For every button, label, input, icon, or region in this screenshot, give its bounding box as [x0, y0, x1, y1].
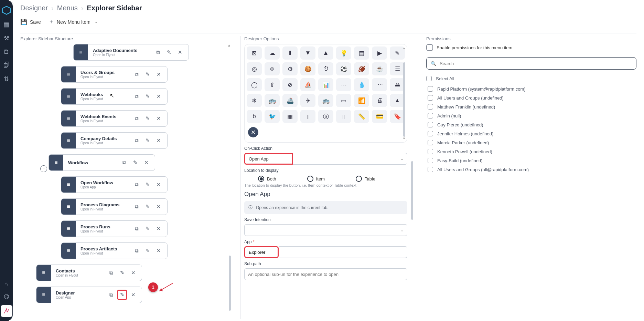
edit-button[interactable]: ✎	[164, 47, 174, 58]
drag-handle-icon[interactable]: ≡	[36, 287, 51, 303]
icon-option[interactable]: 💧	[354, 78, 369, 91]
icon-option[interactable]: ▦	[282, 110, 298, 123]
enable-permissions-checkbox[interactable]	[426, 44, 433, 51]
icon-option[interactable]: ▤	[354, 46, 369, 60]
delete-button[interactable]: ✕	[128, 268, 138, 278]
icon-option[interactable]: ▭	[336, 94, 351, 107]
permission-checkbox[interactable]	[428, 131, 433, 136]
icon-option[interactable]: b	[247, 110, 262, 123]
permissions-search[interactable]: 🔍	[426, 57, 636, 70]
rail-chart-icon[interactable]: ⇅	[4, 75, 9, 83]
duplicate-button[interactable]: ⧉	[153, 47, 163, 58]
edit-button[interactable]: ✎	[142, 91, 153, 102]
new-menu-item-button[interactable]: ＋ New Menu Item ⌄	[49, 18, 98, 25]
drag-handle-icon[interactable]: ≡	[61, 111, 76, 126]
on-click-action-expand[interactable]: ⌄	[293, 153, 407, 165]
icon-option[interactable]: ⛵	[300, 78, 315, 91]
drag-handle-icon[interactable]: ≡	[74, 44, 88, 60]
icon-option[interactable]: ▲	[318, 46, 333, 60]
edit-button[interactable]: ✎	[142, 113, 153, 124]
icon-option[interactable]: ⚽	[336, 62, 351, 75]
delete-button[interactable]: ✕	[153, 201, 164, 212]
delete-button[interactable]: ✕	[141, 157, 151, 168]
tree-node[interactable]: ≡Workflow⧉✎✕	[49, 154, 155, 171]
icon-option[interactable]: ☺	[265, 62, 280, 75]
app-input-extended[interactable]	[279, 246, 407, 258]
tree-scrollbar[interactable]: ▲	[227, 44, 232, 319]
permission-checkbox[interactable]	[428, 113, 433, 118]
tree-node[interactable]: ≡Process RunsOpen in Flyout⧉✎✕	[61, 220, 168, 237]
icon-option[interactable]: Ⓢ	[318, 110, 333, 123]
radio-table[interactable]: Table	[356, 176, 375, 182]
drag-handle-icon[interactable]: ≡	[61, 199, 76, 215]
icon-option[interactable]: ⋯	[336, 78, 351, 91]
tree-node[interactable]: ≡DesignerOpen App⧉✎✕	[36, 287, 142, 303]
save-intention-select[interactable]: ⌄	[244, 224, 407, 236]
duplicate-button[interactable]: ⧉	[131, 135, 142, 146]
rail-home-icon[interactable]: ⌂	[4, 281, 8, 288]
drag-handle-icon[interactable]: ≡	[61, 221, 76, 237]
expand-rail-icon[interactable]: ›	[12, 1, 13, 5]
permission-checkbox[interactable]	[428, 149, 433, 154]
delete-button[interactable]: ✕	[153, 113, 164, 124]
icon-option[interactable]: ◎	[247, 62, 262, 75]
drag-handle-icon[interactable]: ≡	[61, 89, 76, 104]
duplicate-button[interactable]: ⧉	[131, 179, 142, 190]
icon-option[interactable]: 💳	[372, 110, 387, 123]
icon-grid-scrollbar[interactable]: ▲ ▼	[403, 47, 406, 139]
icon-option[interactable]: 📊	[318, 78, 333, 91]
icon-option[interactable]: ☕	[372, 62, 387, 75]
duplicate-button[interactable]: ⧉	[106, 290, 116, 300]
sub-path-input[interactable]	[244, 268, 407, 280]
edit-button[interactable]: ✎	[142, 246, 153, 256]
duplicate-button[interactable]: ⧉	[131, 91, 142, 102]
tree-node[interactable]: ≡ContactsOpen in Flyout⧉✎✕	[36, 265, 142, 281]
permission-checkbox[interactable]	[428, 158, 433, 163]
permission-checkbox[interactable]	[428, 95, 433, 101]
select-all-checkbox[interactable]	[426, 76, 432, 81]
drag-handle-icon[interactable]: ≡	[49, 155, 63, 170]
icon-option[interactable]: ⚙	[282, 62, 298, 75]
permissions-search-input[interactable]	[440, 61, 632, 66]
save-button[interactable]: 💾 Save	[20, 19, 41, 25]
icon-option[interactable]: 🚌	[318, 94, 333, 107]
icon-option[interactable]: 〰	[372, 78, 387, 91]
icon-option[interactable]: ▯	[300, 110, 315, 123]
edit-button[interactable]: ✎	[142, 201, 153, 212]
radio-both[interactable]: Both	[258, 176, 276, 182]
edit-button[interactable]: ✎	[142, 135, 153, 146]
duplicate-button[interactable]: ⧉	[131, 201, 142, 212]
delete-button[interactable]: ✕	[175, 47, 185, 58]
app-input[interactable]	[245, 247, 278, 257]
delete-button[interactable]: ✕	[153, 135, 164, 146]
app-logo[interactable]	[1, 5, 12, 16]
icon-option-selected[interactable]: ✕	[248, 127, 258, 137]
tree-node[interactable]: ≡Process DiagramsOpen in Flyout⧉✎✕	[61, 198, 168, 215]
rail-pages-icon[interactable]: 🗐	[3, 62, 10, 69]
icon-option[interactable]: 📏	[354, 110, 369, 123]
icon-option[interactable]: 🚢	[282, 94, 298, 107]
tree-node[interactable]: ≡WebhooksOpen in Flyout⧉✎✕	[61, 88, 168, 105]
edit-button[interactable]: ✎	[142, 224, 153, 234]
delete-button[interactable]: ✕	[153, 91, 164, 102]
edit-button[interactable]: ✎	[142, 179, 153, 190]
duplicate-button[interactable]: ⧉	[119, 157, 129, 168]
on-click-action-select[interactable]: Open App	[244, 153, 293, 165]
edit-button[interactable]: ✎	[117, 268, 127, 278]
rail-tools-icon[interactable]: ⚒	[4, 34, 9, 42]
options-scrollbar[interactable]	[411, 44, 414, 319]
delete-button[interactable]: ✕	[153, 69, 164, 80]
duplicate-button[interactable]: ⧉	[131, 224, 142, 234]
rail-doc-icon[interactable]: 🗎	[3, 48, 10, 55]
icon-option[interactable]: 🏈	[354, 62, 369, 75]
icon-option[interactable]: 🐦	[265, 110, 280, 123]
breadcrumb-designer[interactable]: Designer	[20, 4, 48, 12]
permission-checkbox[interactable]	[428, 104, 433, 110]
icon-option[interactable]: ⬇	[282, 46, 298, 60]
icon-option[interactable]: ▼	[300, 46, 315, 60]
icon-option[interactable]: ◯	[247, 78, 262, 91]
delete-button[interactable]: ✕	[128, 290, 138, 300]
icon-option[interactable]: 💡	[336, 46, 351, 60]
icon-option[interactable]: 📶	[354, 94, 369, 107]
collapse-toggle[interactable]: −	[40, 165, 47, 172]
